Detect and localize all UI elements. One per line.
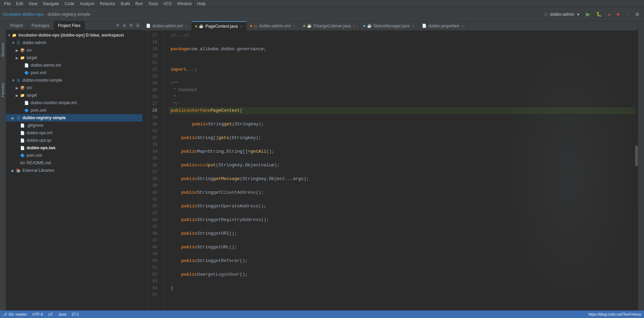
menu-file[interactable]: File [1, 1, 13, 7]
code-line-38: public String getMessage(String key, Obj… [169, 176, 635, 182]
dubbo-admin-arrow-icon: ▼ [12, 41, 16, 45]
tree-item-dubbo-admin-iml[interactable]: 📄 dubbo-admin.iml [6, 61, 142, 69]
tree-item-dubbo-admin[interactable]: ▼ ☰ dubbo-admin [6, 39, 142, 46]
code-line-33 [169, 141, 635, 148]
left-strip: Structure Favorites [0, 21, 6, 318]
menu-refactor[interactable]: Refactor [97, 1, 118, 7]
line-num-51: 51 [148, 264, 160, 271]
tree-root[interactable]: ▼ 📁 incubator-dubbo-ops [dubbo-ops] D:\i… [6, 31, 142, 39]
code-editor[interactable]: 17 18 19 20 21 22 23 24 25 26 27 28 29 3… [143, 31, 638, 318]
tab-changelistener-dot [303, 25, 305, 27]
tab-dubbo-admin-xml-close[interactable]: × [292, 24, 296, 28]
menu-run[interactable]: Run [133, 1, 146, 7]
ext-lib-arrow-icon: ▶ [12, 169, 16, 172]
tab-dubbo-properties-close[interactable]: × [461, 24, 464, 28]
tree-item-dubbo-monitor-iml[interactable]: 📄 dubbo-monitor-simple.iml [6, 99, 142, 107]
tree-item-dubbo-monitor-simple[interactable]: ▼ ☰ dubbo-monitor-simple [6, 77, 142, 84]
menu-edit[interactable]: Edit [13, 1, 26, 7]
line-num-52: 52 [148, 271, 160, 278]
editor-scrollbar[interactable] [635, 31, 638, 318]
tree-item-external-libraries[interactable]: ▶ 📚 External Libraries [6, 167, 142, 174]
menu-window[interactable]: Window [174, 1, 194, 7]
tree-item-gitignore[interactable]: 📄 .gitignore [6, 122, 142, 129]
menu-build[interactable]: Build [118, 1, 133, 7]
code-line-51 [169, 264, 635, 271]
tree-item-dubbo-ops-iml[interactable]: 📄 dubbo-ops.iml [6, 129, 142, 137]
tree-item-dubbo-registry-simple[interactable]: ▶ ☰ dubbo-registry-simple [6, 114, 142, 122]
menu-vcs[interactable]: VCS [161, 1, 175, 7]
tab-packages[interactable]: Packages [27, 21, 54, 30]
layout-btn[interactable]: ☰ [135, 23, 141, 28]
line-num-20: 20 [148, 53, 160, 59]
dubbo-monitor-label: dubbo-monitor-simple [23, 78, 62, 83]
more-run-options[interactable]: ⋮ [624, 11, 631, 17]
run-coverage-button[interactable]: ⬥ [606, 11, 613, 18]
tab-changelistener-close[interactable]: × [352, 24, 356, 28]
tree-item-readme[interactable]: MD README.md [6, 159, 142, 167]
pom1-label: pom.xml [31, 70, 46, 75]
tree-item-dubbo-ops-iws[interactable]: 📄 dubbo-ops.iws [6, 144, 142, 152]
tab-project[interactable]: Project [6, 21, 27, 30]
maximize-button[interactable]: ⊞ [633, 11, 641, 18]
menu-navigate[interactable]: Navigate [40, 1, 62, 7]
tab-dubbo-admin-iml-close[interactable]: × [185, 24, 188, 28]
status-cursor-pos: 27:1 [72, 312, 79, 316]
code-line-54: } [169, 285, 635, 292]
stop-button[interactable]: ■ [615, 11, 621, 18]
run-button[interactable]: ▶ [584, 10, 592, 18]
collapse-all-btn[interactable]: ⊖ [121, 23, 127, 28]
pom1-icon: 🔷 [24, 70, 29, 75]
readme-label: README.md [27, 161, 51, 165]
menu-help[interactable]: Help [194, 1, 208, 7]
tab-statusmanager-java[interactable]: ☕ StatusManager.java × [360, 21, 419, 30]
tab-statusmanager-close[interactable]: × [411, 24, 415, 28]
structure-panel-label[interactable]: Structure [0, 42, 5, 58]
line-num-55: 55 [148, 292, 160, 299]
tree-item-pom1[interactable]: 🔷 pom.xml [6, 69, 142, 77]
status-bar: ⎇ Git: master UTF-8 LF Java 27:1 https:/… [0, 310, 644, 318]
settings-btn[interactable]: ⚙ [128, 23, 134, 28]
breadcrumb-project[interactable]: incubator-dubbo-ops [3, 12, 43, 17]
tree-item-dubbo-ops-ipr[interactable]: 📄 dubbo-ops.ipr [6, 137, 142, 144]
menu-analyze[interactable]: Analyze [77, 1, 97, 7]
tab-pagecontext-java[interactable]: ☕ PageContext.java × [192, 21, 247, 30]
status-encoding[interactable]: UTF-8 [32, 312, 43, 316]
tree-item-pom2[interactable]: 🔷 pom.xml [6, 107, 142, 114]
run-config-selector[interactable]: ⬡ dubbo-admin ▼ [542, 11, 582, 18]
tree-item-target2[interactable]: ▶ 📁 target [6, 92, 142, 99]
code-line-36: public void put(String key, Object value… [169, 162, 635, 169]
code-line-empty1 [169, 299, 635, 305]
tree-item-src1[interactable]: ▶ 📦 src [6, 46, 142, 54]
editor-tabs: 📄 dubbo-admin.iml × ☕ PageContext.java ×… [143, 21, 638, 31]
dubbo-ops-ipr-icon: 📄 [20, 138, 25, 143]
tab-pagecontext-close[interactable]: × [239, 24, 243, 28]
tree-item-pom3[interactable]: 🔷 pom.xml [6, 152, 142, 159]
tree-item-src2[interactable]: ▶ 📦 src [6, 84, 142, 92]
debug-button[interactable]: 🐛 [594, 11, 604, 18]
code-line-46: public String getURI(); [169, 230, 635, 237]
sidebar: Project Packages Project Files ⟳ ⊖ ⚙ ☰ ▼… [6, 21, 143, 318]
tab-changelistener-java[interactable]: ☕ ChangeListener.java × [300, 21, 360, 30]
tab-dubbo-admin-iml[interactable]: 📄 dubbo-admin.iml × [143, 21, 192, 30]
tab-dubbo-properties[interactable]: 📄 dubbo.properties × [419, 21, 468, 30]
status-line-sep[interactable]: LF [48, 312, 53, 316]
menu-bar: File Edit View Navigate Code Analyze Ref… [0, 0, 644, 8]
tab-project-files[interactable]: Project Files [54, 21, 85, 30]
menu-view[interactable]: View [26, 1, 40, 7]
breadcrumb-module[interactable]: dubbo-registry-simple [48, 12, 90, 17]
menu-code[interactable]: Code [62, 1, 77, 7]
code-content[interactable]: //...// package com.alibaba.dubbo.govern… [164, 31, 635, 318]
sync-icon-btn[interactable]: ⟳ [115, 23, 121, 28]
favorites-panel-label[interactable]: Favorites [0, 82, 5, 98]
status-lang[interactable]: Java [58, 312, 66, 316]
line-num-39: 39 [148, 182, 160, 189]
tab-dubbo-admin-xml[interactable]: 🗂 dubbo-admin.xml × [247, 21, 299, 30]
line-num-54: 54 [148, 285, 160, 292]
tree-item-target1[interactable]: ▶ 📁 target [6, 54, 142, 61]
code-line-29 [169, 114, 635, 121]
menu-tools[interactable]: Tools [146, 1, 161, 7]
src1-icon: 📦 [20, 47, 25, 53]
tab-dubbo-admin-xml-icon: 🗂 [254, 24, 258, 28]
dubbo-monitor-module-icon: ☰ [16, 78, 21, 83]
breadcrumb: incubator-dubbo-ops › dubbo-registry-sim… [3, 12, 541, 17]
